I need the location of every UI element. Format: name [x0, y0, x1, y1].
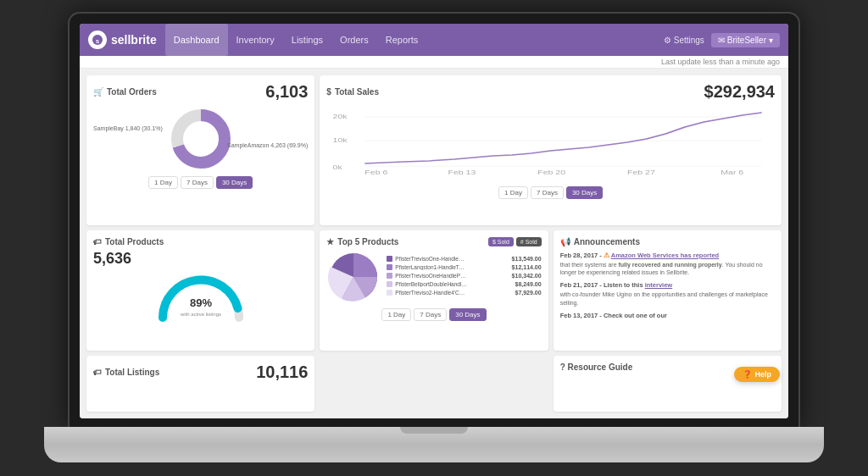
- orders-7days-btn[interactable]: 7 Days: [181, 176, 214, 189]
- announcements-card: 📢 Announcements Feb 28, 2017 - ⚠ Amazon …: [554, 230, 782, 351]
- sales-title: $ Total Sales: [326, 87, 379, 97]
- legend-price-5: $7,929.00: [515, 290, 542, 296]
- settings-button[interactable]: ⚙ Settings: [664, 36, 704, 45]
- announcements-title: 📢 Announcements: [560, 237, 775, 246]
- svg-text:Feb 6: Feb 6: [365, 169, 388, 176]
- svg-text:89%: 89%: [190, 296, 212, 309]
- pie-legend: PfisterTrevisoOne-HandlePullD... $13,549…: [387, 256, 541, 298]
- logo: s sellbrite: [88, 30, 157, 49]
- donut-label-right: SampleAmazon 4,263 (69.9%): [227, 142, 308, 148]
- tag2-icon: 🏷: [93, 368, 102, 377]
- sales-line-chart: 20k 10k 0k Feb 6 Feb 13 Feb 20 Feb 27 Ma…: [326, 108, 775, 176]
- nav-reports[interactable]: Reports: [377, 24, 427, 56]
- nav-inventory[interactable]: Inventory: [228, 24, 283, 56]
- sold-buttons: $ Sold # Sold: [488, 237, 542, 246]
- cart-icon: 🛒: [93, 87, 103, 97]
- svg-text:0%: 0%: [159, 321, 166, 322]
- sales-7days-btn[interactable]: 7 Days: [531, 186, 564, 199]
- svg-text:Feb 27: Feb 27: [627, 169, 655, 176]
- orders-donut-chart: [167, 105, 235, 173]
- total-products-card: 🏷 Total Products 5,636 89%: [86, 230, 314, 351]
- orders-title: 🛒 Total Orders: [93, 87, 157, 97]
- legend-price-4: $8,249.00: [515, 281, 542, 287]
- ann-link-1[interactable]: Amazon Web Services has reported: [611, 252, 719, 259]
- ann-date-2: Feb 21, 2017 - Listen to this interview: [560, 281, 775, 289]
- sales-1day-btn[interactable]: 1 Day: [498, 186, 528, 199]
- logo-icon: s: [88, 30, 107, 49]
- top-products-card: ★ Top 5 Products $ Sold # Sold: [320, 230, 548, 351]
- nav-dashboard[interactable]: Dashboard: [165, 24, 228, 56]
- legend-name-2: PfisterLangston1-HandleTub&Sho...: [395, 264, 467, 270]
- dashboard-content: 🛒 Total Orders 6,103 SampleBay 1,840 (30…: [80, 69, 788, 418]
- last-update-text: Last update less than a minute ago: [661, 58, 780, 66]
- app: s sellbrite Dashboard Inventory Listings…: [80, 24, 788, 418]
- header-right: ⚙ Settings ✉ BriteSeller ▾: [664, 33, 780, 47]
- user-menu[interactable]: ✉ BriteSeller ▾: [711, 33, 780, 47]
- gear-icon: ⚙: [664, 36, 671, 45]
- ann-text-1: that their systems are fully recovered a…: [560, 261, 775, 278]
- hash-sold-btn[interactable]: # Sold: [516, 237, 542, 246]
- listings-value: 10,116: [256, 363, 308, 382]
- sales-header: $ Total Sales $292,934: [326, 82, 775, 102]
- subheader: Last update less than a minute ago: [80, 56, 788, 69]
- svg-text:s: s: [96, 37, 100, 45]
- dollar-sold-btn[interactable]: $ Sold: [488, 237, 514, 246]
- svg-text:100%: 100%: [232, 321, 246, 322]
- legend-item-2: PfisterLangston1-HandleTub&Sho... $12,11…: [387, 264, 541, 270]
- orders-30days-btn[interactable]: 30 Days: [216, 176, 253, 189]
- screen: s sellbrite Dashboard Inventory Listings…: [80, 24, 788, 418]
- tag-icon: 🏷: [93, 237, 102, 246]
- legend-dot-3: [387, 273, 392, 279]
- products-header: 🏷 Total Products: [93, 237, 308, 246]
- legend-name-3: PfisterTrevisoOneHandlePulldow...: [395, 273, 467, 279]
- ann-link-2[interactable]: interview: [645, 281, 673, 289]
- nav: Dashboard Inventory Listings Orders Repo…: [165, 24, 664, 56]
- legend-dot-4: [387, 281, 392, 287]
- svg-text:10k: 10k: [333, 137, 348, 144]
- legend-item-1: PfisterTrevisoOne-HandlePullD... $13,549…: [387, 256, 541, 262]
- orders-donut-container: SampleBay 1,840 (30.1%) SampleAmazon 4,2…: [93, 105, 308, 173]
- top-products-header: ★ Top 5 Products $ Sold # Sold: [326, 237, 541, 246]
- sales-time-buttons: 1 Day 7 Days 30 Days: [326, 186, 775, 199]
- ann-date-3: Feb 13, 2017 - Check out one of our: [560, 312, 775, 319]
- help-circle-icon: ❓: [743, 370, 752, 379]
- laptop-base: [44, 427, 824, 462]
- top-30days-btn[interactable]: 30 Days: [449, 308, 486, 321]
- legend-item-3: PfisterTrevisoOneHandlePulldow... $10,34…: [387, 273, 541, 279]
- sales-30days-btn[interactable]: 30 Days: [566, 186, 603, 199]
- chevron-down-icon: ▾: [769, 36, 773, 45]
- nav-listings[interactable]: Listings: [283, 24, 331, 56]
- legend-dot-5: [387, 290, 392, 296]
- listings-title: 🏷 Total Listings: [93, 368, 159, 377]
- products-value: 5,636: [93, 250, 308, 268]
- announce-icon: 📢: [560, 237, 570, 246]
- resource-guide-card: ? Resource Guide: [554, 356, 782, 412]
- top-products-time-buttons: 1 Day 7 Days 30 Days: [326, 308, 541, 321]
- svg-text:0k: 0k: [333, 164, 343, 171]
- legend-price-2: $12,114.00: [512, 264, 542, 270]
- nav-orders[interactable]: Orders: [331, 24, 377, 56]
- orders-time-buttons: 1 Day 7 Days 30 Days: [93, 176, 308, 189]
- header: s sellbrite Dashboard Inventory Listings…: [80, 24, 788, 56]
- legend-name-1: PfisterTrevisoOne-HandlePullD...: [395, 256, 467, 262]
- help-button[interactable]: ❓ Help: [734, 367, 780, 382]
- logo-text: sellbrite: [111, 33, 157, 47]
- legend-name-5: PfisterTreviso2-Handle4'Center...: [395, 290, 467, 296]
- svg-text:Feb 20: Feb 20: [538, 169, 566, 176]
- products-gauge: 89% with active listings 0% 100%: [154, 271, 248, 322]
- legend-item-4: PfisterBellportDoubleHandleKit... $8,249…: [387, 281, 541, 287]
- screen-bezel: s sellbrite Dashboard Inventory Listings…: [70, 14, 798, 429]
- svg-text:20k: 20k: [333, 113, 348, 120]
- listings-header: 🏷 Total Listings 10,116: [93, 363, 308, 382]
- orders-value: 6,103: [265, 82, 308, 102]
- orders-1day-btn[interactable]: 1 Day: [148, 176, 178, 189]
- legend-price-1: $13,549.00: [512, 256, 542, 262]
- products-title: 🏷 Total Products: [93, 237, 164, 246]
- top-7days-btn[interactable]: 7 Days: [414, 308, 447, 321]
- legend-dot-1: [387, 256, 392, 262]
- top-1day-btn[interactable]: 1 Day: [381, 308, 411, 321]
- legend-dot-2: [387, 264, 392, 270]
- svg-text:with active listings: with active listings: [180, 312, 221, 317]
- top-products-title: ★ Top 5 Products: [326, 237, 398, 246]
- orders-header: 🛒 Total Orders 6,103: [93, 82, 308, 102]
